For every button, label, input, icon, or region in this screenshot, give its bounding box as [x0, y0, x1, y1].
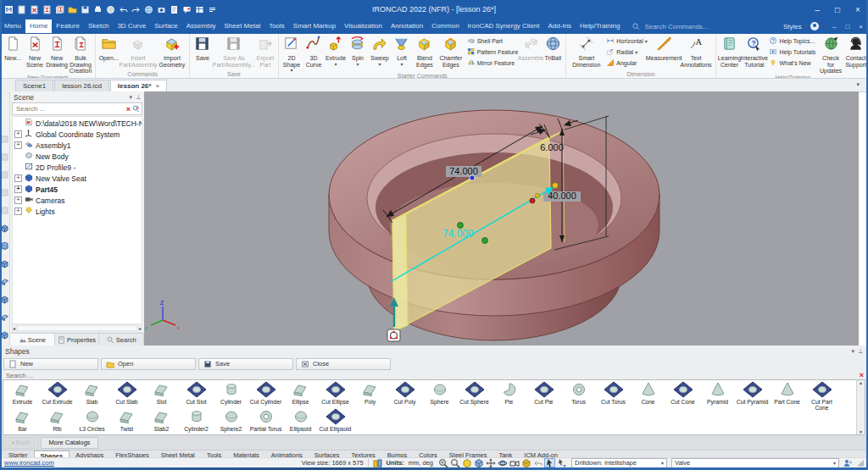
scene-search-box[interactable]: × A — [12, 102, 142, 115]
handle-green[interactable] — [458, 223, 464, 229]
zoom-fit-icon[interactable] — [449, 458, 460, 467]
scene-tree-hscrollbar[interactable]: ◂ ▸ — [12, 324, 142, 333]
notes-icon[interactable] — [169, 4, 179, 14]
more-catalogs-button[interactable]: More Catalogs — [41, 437, 99, 449]
catalog-item-slab[interactable]: Slab — [75, 380, 109, 405]
redo-icon[interactable] — [131, 4, 141, 14]
document-tab-lesson-26[interactable]: lesson 26*× — [110, 80, 167, 91]
undo-view-icon[interactable] — [532, 458, 543, 467]
collaboration-icon[interactable] — [843, 459, 853, 467]
minimize-button[interactable]: – — [830, 23, 838, 30]
catalog-item-slab2[interactable]: Slab2 — [144, 407, 179, 432]
ribbon-button-spin[interactable]: Spin▾ — [347, 34, 369, 67]
ribbon-button-save-as-part-assembly[interactable]: Save As Part/Assembly... — [214, 34, 254, 68]
open-catalog-button[interactable]: Open — [101, 358, 196, 370]
catalog-item-cut-sphere[interactable]: Cut Sphere — [457, 380, 492, 405]
tree-item-new-valve-seat[interactable]: +New Valve Seat — [13, 173, 142, 184]
new-drawing-icon[interactable] — [42, 4, 52, 14]
catalog-item-partial-torus[interactable]: Partial Torus — [248, 407, 283, 432]
menu-tab-annotation[interactable]: Annotation — [387, 19, 427, 33]
pan-view-icon[interactable] — [485, 458, 496, 467]
ribbon-button-import-geometry[interactable]: Import Geometry — [157, 34, 187, 68]
table-icon[interactable] — [194, 4, 204, 14]
save-icon[interactable] — [80, 4, 90, 14]
menu-tab-ironcad-synergy-client[interactable]: IronCAD Synergy Client — [464, 19, 544, 33]
filter-search-icon[interactable]: A — [132, 105, 140, 113]
catalog-item-sphere2[interactable]: Sphere2 — [214, 407, 248, 432]
units-value[interactable]: mm, deg — [409, 459, 433, 467]
tree-item-new-body[interactable]: New Body — [13, 151, 142, 162]
tree-item-cameras[interactable]: +Cameras — [13, 195, 142, 206]
scroll-up-icon[interactable]: ▲ — [859, 380, 863, 385]
ribbon-button-new[interactable]: New... — [2, 34, 24, 62]
ribbon-button-smart-dimension[interactable]: Smart Dimension — [568, 34, 604, 68]
catalog-item-cut-poly[interactable]: Cut Poly — [387, 380, 422, 405]
document-tab-lesson-26-icd[interactable]: lesson 26.icd — [54, 80, 109, 91]
search-commands-input[interactable] — [643, 22, 735, 31]
back-button[interactable]: ◂ Back — [3, 437, 39, 449]
catalog-item-rib[interactable]: Rib — [40, 407, 75, 432]
handle-green[interactable] — [482, 238, 488, 244]
catalog-item-cut-ellipsoid[interactable]: Cut Ellipsoid — [318, 407, 353, 432]
ribbon-button-3d-curve[interactable]: 3D Curve — [303, 34, 325, 68]
catalog-item-twist[interactable]: Twist — [109, 407, 144, 432]
app-logo-icon[interactable] — [3, 4, 14, 14]
scroll-down-icon[interactable]: ▼ — [859, 429, 863, 434]
document-tab-scene1[interactable]: Scene1 — [15, 80, 53, 91]
tab-overflow-chevron-icon[interactable]: ▾ — [856, 81, 860, 88]
pin-icon[interactable]: ⊥ — [858, 348, 863, 355]
close-button[interactable]: × — [848, 2, 868, 17]
handle-red[interactable] — [530, 198, 535, 203]
ribbon-button-what-s-new[interactable]: What's New — [769, 58, 815, 68]
ironcad-website-link[interactable]: www.ironcad.com — [4, 459, 54, 467]
menu-tab-common[interactable]: Common — [427, 19, 463, 33]
select-cursor-icon[interactable] — [544, 458, 555, 467]
tree-item-2d-profile9[interactable]: 2D Profile9 - — [13, 162, 142, 173]
chevron-down-icon[interactable]: ▾ — [129, 94, 132, 101]
save-catalog-button[interactable]: Save — [198, 358, 293, 370]
ribbon-button-help-topics[interactable]: ?Help Topics... — [769, 36, 815, 46]
close-button[interactable]: × — [856, 23, 865, 30]
catalog-item-cut-pyramid[interactable]: Cut Pyramid — [735, 380, 770, 405]
selection-dropdown[interactable]: Valve▾ — [671, 458, 839, 468]
ribbon-button-check-for-updates[interactable]: Check for Updates — [817, 34, 844, 75]
catalog-item-torus[interactable]: Torus — [561, 380, 596, 405]
ribbon-button-blend-edges[interactable]: Blend Edges — [413, 34, 437, 68]
viewport-3d[interactable]: 74.000 40.000 — [144, 91, 859, 346]
ribbon-button-assemble[interactable]: Assemble — [520, 34, 542, 62]
ribbon-button-bulk-drawing-creation[interactable]: Bulk Drawing Creation — [68, 34, 93, 75]
catalog-item-cut-ellipse[interactable]: Cut Ellipse — [318, 380, 353, 405]
scroll-left-icon[interactable]: ◂ — [13, 325, 15, 331]
tree-item-part45[interactable]: +Part45 — [13, 184, 142, 195]
ribbon-button-contact-support[interactable]: Contact Support — [844, 34, 868, 68]
maximize-button[interactable]: □ — [827, 2, 848, 17]
clear-search-icon[interactable]: × — [860, 371, 864, 379]
ribbon-button-extrude[interactable]: Extrude▾ — [325, 34, 347, 67]
tree-item-lights[interactable]: +Lights — [13, 206, 142, 217]
catalog-item-pyramid[interactable]: Pyramid — [700, 380, 735, 405]
menu-more-icon[interactable] — [207, 4, 217, 14]
undo-icon[interactable] — [118, 4, 128, 14]
catalog-item-bar[interactable]: Bar — [5, 407, 40, 432]
menu-tab-surface[interactable]: Surface — [150, 19, 182, 33]
catalog-search-box[interactable]: × — [0, 371, 868, 379]
ribbon-button-mirror-feature[interactable]: Mirror Feature — [467, 58, 519, 68]
catalog-item-cut-slab[interactable]: Cut Slab — [109, 380, 144, 405]
close-tab-icon[interactable]: × — [155, 80, 159, 91]
catalog-item-extrude[interactable]: Extrude — [5, 380, 40, 405]
expander-icon[interactable]: + — [14, 196, 22, 204]
resize-grip[interactable] — [857, 460, 864, 467]
menu-tab-menu[interactable]: Menu — [0, 19, 25, 33]
menu-tab-sketch[interactable]: Sketch — [84, 19, 113, 33]
ribbon-button-2d-shape[interactable]: 2D Shape▾ — [281, 34, 303, 73]
expander-icon[interactable]: + — [14, 174, 22, 182]
menu-tab-home[interactable]: Home — [25, 19, 52, 33]
ribbon-button-learning-center[interactable]: Learning Center — [718, 34, 742, 68]
shaded-display-icon[interactable] — [461, 458, 472, 467]
ribbon-button-export-part[interactable]: Export Part — [254, 34, 276, 68]
scene-search-input[interactable] — [14, 104, 125, 113]
camera-view-icon[interactable] — [509, 458, 520, 467]
restore-button[interactable]: □ — [843, 23, 852, 30]
catalog-item-cone[interactable]: Cone — [631, 380, 665, 405]
select-filter-icon[interactable] — [556, 458, 567, 467]
